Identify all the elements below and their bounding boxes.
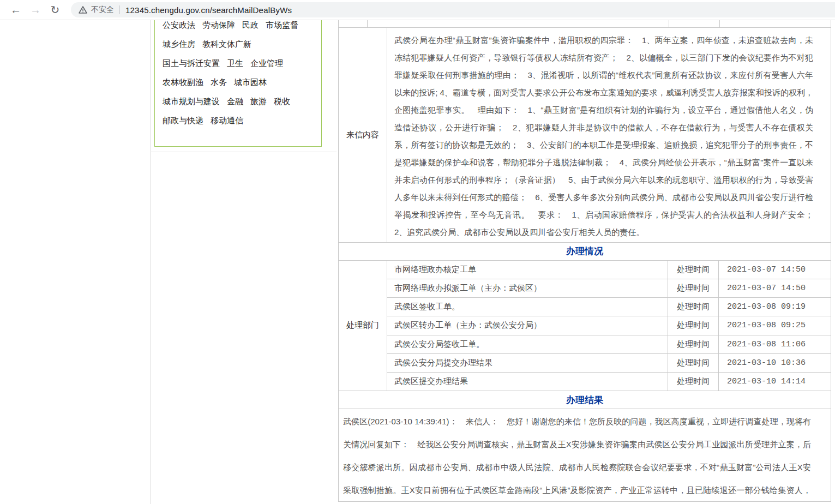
- table-border-stub: [669, 20, 669, 28]
- category-row: 农林牧副渔 水务 城市园林: [163, 73, 315, 92]
- process-time-value: 2021-03-10 10:36: [719, 354, 831, 372]
- letter-content-label: 来信内容: [339, 28, 387, 242]
- category-row: 城市规划与建设 金融 旅游 税收: [163, 92, 315, 111]
- left-column-divider: [151, 20, 151, 504]
- category-link-shichang[interactable]: 市场监督: [266, 20, 298, 31]
- process-action: 市网络理政办核定工单: [387, 261, 668, 279]
- process-row: 武侯公安分局提交办理结果 处理时间 2021-03-10 10:36: [387, 354, 831, 373]
- letter-content-text: 武侯分局在办理“鼎玉财富”集资诈骗案件中，滥用职权的四宗罪： 1、两年立案，四年…: [387, 28, 831, 242]
- category-link-shuiwu[interactable]: 水务: [211, 77, 227, 88]
- sidebar-bottom-divider: [151, 152, 337, 152]
- process-row: 武侯区签收工单。 处理时间 2021-03-08 09:19: [387, 298, 831, 316]
- process-time-label: 处理时间: [668, 354, 719, 372]
- category-link-jiaokewen[interactable]: 教科文体广新: [202, 39, 251, 50]
- letter-content-row: 来信内容 武侯分局在办理“鼎玉财富”集资诈骗案件中，滥用职权的四宗罪： 1、两年…: [339, 28, 831, 243]
- process-department-label: 处理部门: [339, 261, 387, 391]
- process-rows: 市网络理政办核定工单 处理时间 2021-03-07 14:50 市网络理政办拟…: [387, 261, 831, 391]
- category-link-yuanlin[interactable]: 城市园林: [234, 77, 267, 88]
- process-section-title: 办理情况: [339, 243, 831, 261]
- process-time-label: 处理时间: [668, 373, 719, 391]
- category-link-qiye[interactable]: 企业管理: [250, 58, 283, 69]
- back-icon[interactable]: ←: [8, 2, 24, 18]
- process-action: 武侯区转办工单（主办：武侯公安分局）: [387, 316, 668, 334]
- process-section: 处理部门 市网络理政办核定工单 处理时间 2021-03-07 14:50 市网…: [339, 261, 831, 392]
- forward-icon[interactable]: →: [27, 2, 44, 18]
- url-separator: [119, 5, 120, 14]
- not-secure-label: 不安全: [91, 5, 114, 15]
- process-row: 武侯公安分局签收工单。 处理时间 2021-03-08 11:06: [387, 335, 831, 354]
- process-time-value: 2021-03-10 14:14: [719, 373, 831, 391]
- truncated-row-top: [339, 20, 831, 28]
- process-time-label: 处理时间: [668, 335, 719, 353]
- process-time-label: 处理时间: [668, 298, 719, 316]
- result-section-title: 办理结果: [339, 391, 831, 409]
- category-panel: 公安政法 劳动保障 民政 市场监督 城乡住房 教科文体广新 国土与拆迁安置 卫生…: [154, 0, 322, 147]
- process-row: 市网络理政办拟派工单（主办：武侯区） 处理时间 2021-03-07 14:50: [387, 279, 831, 298]
- browser-toolbar: ← → ↻ 不安全 12345.chengdu.gov.cn/searchMai…: [0, 0, 835, 20]
- category-link-nonglin[interactable]: 农林牧副渔: [163, 77, 203, 88]
- process-time-label: 处理时间: [668, 261, 719, 279]
- process-time-label: 处理时间: [668, 279, 719, 297]
- category-row: 国土与拆迁安置 卫生 企业管理: [163, 54, 315, 73]
- category-link-shuishou[interactable]: 税收: [274, 97, 290, 107]
- category-link-lvyou[interactable]: 旅游: [250, 97, 267, 107]
- process-action: 市网络理政办拟派工单（主办：武侯区）: [387, 279, 668, 297]
- category-link-laodong[interactable]: 劳动保障: [202, 20, 235, 31]
- mail-detail-table: 来信内容 武侯分局在办理“鼎玉财富”集资诈骗案件中，滥用职权的四宗罪： 1、两年…: [338, 20, 831, 502]
- category-link-guihua[interactable]: 城市规划与建设: [163, 97, 220, 107]
- table-border-stub: [367, 20, 368, 28]
- process-time-value: 2021-03-07 14:50: [719, 261, 831, 279]
- table-border-stub: [719, 20, 720, 28]
- category-link-chengxiang[interactable]: 城乡住房: [163, 39, 195, 50]
- category-link-youzheng[interactable]: 邮政与快递: [163, 116, 203, 126]
- category-link-yidong[interactable]: 移动通信: [211, 116, 243, 126]
- category-row: 城乡住房 教科文体广新: [163, 35, 315, 54]
- process-action: 武侯公安分局签收工单。: [387, 335, 668, 353]
- process-action: 武侯区提交办理结果: [387, 373, 668, 391]
- address-bar[interactable]: 不安全 12345.chengdu.gov.cn/searchMailDealB…: [71, 2, 835, 17]
- reload-icon[interactable]: ↻: [47, 2, 63, 18]
- process-action: 武侯区签收工单。: [387, 298, 668, 316]
- process-action: 武侯公安分局提交办理结果: [387, 354, 668, 372]
- not-secure-warning-icon[interactable]: [79, 6, 87, 14]
- process-row: 市网络理政办核定工单 处理时间 2021-03-07 14:50: [387, 261, 831, 279]
- process-time-value: 2021-03-07 14:50: [719, 279, 831, 297]
- category-link-minzheng[interactable]: 民政: [242, 20, 259, 31]
- category-link-gongan[interactable]: 公安政法: [163, 20, 195, 31]
- process-row: 武侯区转办工单（主办：武侯公安分局） 处理时间 2021-03-08 09:25: [387, 316, 831, 335]
- result-text: 武侯区(2021-03-10 14:39:41)： 来信人： 您好！谢谢您的来信…: [339, 409, 831, 501]
- category-link-weisheng[interactable]: 卫生: [227, 58, 243, 69]
- category-link-jinrong[interactable]: 金融: [227, 97, 243, 107]
- category-link-guotu[interactable]: 国土与拆迁安置: [163, 58, 220, 69]
- page-content: 公安政法 劳动保障 民政 市场监督 城乡住房 教科文体广新 国土与拆迁安置 卫生…: [0, 20, 835, 504]
- category-row: 邮政与快递 移动通信: [163, 111, 315, 130]
- process-time-value: 2021-03-08 09:19: [719, 298, 831, 316]
- process-time-label: 处理时间: [668, 316, 719, 334]
- process-row: 武侯区提交办理结果 处理时间 2021-03-10 14:14: [387, 373, 831, 391]
- process-time-value: 2021-03-08 09:25: [719, 316, 831, 334]
- url-text: 12345.chengdu.gov.cn/searchMailDealByWs: [125, 5, 292, 15]
- process-time-value: 2021-03-08 11:06: [719, 335, 831, 353]
